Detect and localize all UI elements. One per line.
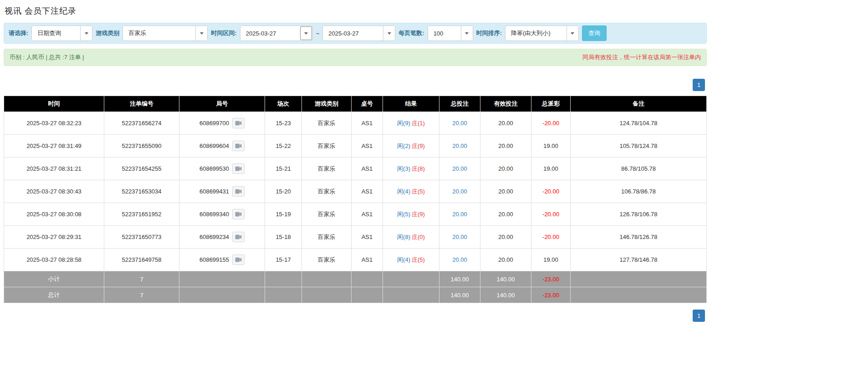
result-banker: 庄(5) xyxy=(412,256,425,263)
time-sort-select[interactable]: 降幂(由大到小) xyxy=(505,25,579,41)
summary-bar: 币别 : 人民币 | 总共 :7 注单 | 同局有效投注，统一计算在该局第一张注… xyxy=(4,49,707,66)
valid-bet-notice: 同局有效投注，统一计算在该局第一张注单内 xyxy=(582,53,701,61)
chevron-down-icon xyxy=(80,26,92,41)
video-camera-icon xyxy=(235,234,242,240)
currency-total-info: 币别 : 人民币 | 总共 :7 注单 | xyxy=(10,53,84,61)
cell-round: 608699604 xyxy=(179,135,265,158)
select-mode-label: 请选择: xyxy=(9,29,28,37)
date-mode-select[interactable]: 日期查询 xyxy=(31,25,92,41)
cell-game-type: 百家乐 xyxy=(302,203,352,226)
total-bet-link[interactable]: 20.00 xyxy=(452,211,467,218)
cell-game-type: 百家乐 xyxy=(302,135,352,158)
cell-round: 608699234 xyxy=(179,226,265,249)
page-size-label: 每页笔数: xyxy=(398,29,424,37)
cell-result: 闲(4)庄(5) xyxy=(383,249,439,271)
header-table-no: 桌号 xyxy=(352,96,383,112)
cell-total-bet: 20.00 xyxy=(439,226,480,249)
replay-video-button[interactable] xyxy=(232,186,245,197)
replay-video-button[interactable] xyxy=(232,163,245,174)
total-bet-link[interactable]: 20.00 xyxy=(452,120,467,127)
subtotal-label: 小计 xyxy=(4,271,104,287)
game-type-label: 游戏类别 xyxy=(96,29,119,37)
date-from-select[interactable]: 2025-03-27 xyxy=(240,25,313,41)
game-type-value: 百家乐 xyxy=(123,26,195,41)
round-number: 608699431 xyxy=(199,188,229,195)
result-player: 闲(5) xyxy=(397,211,410,218)
page-size-select[interactable]: 100 xyxy=(428,25,473,41)
grand-total-label: 总计 xyxy=(4,287,104,303)
total-bet-link[interactable]: 20.00 xyxy=(452,256,467,263)
header-result: 结果 xyxy=(383,96,439,112)
cell-session: 15-21 xyxy=(265,158,302,180)
total-bet-link[interactable]: 20.00 xyxy=(452,165,467,172)
replay-video-button[interactable] xyxy=(232,141,245,151)
date-to-select[interactable]: 2025-03-27 xyxy=(322,25,395,41)
chevron-down-icon xyxy=(300,26,312,40)
video-camera-icon xyxy=(235,166,242,172)
table-row: 2025-03-27 08:32:23 522371656274 6086997… xyxy=(4,112,707,135)
subtotal-count: 7 xyxy=(104,271,179,287)
pagination-bottom: 1 xyxy=(4,310,705,322)
cell-result: 闲(3)庄(8) xyxy=(383,158,439,180)
query-button[interactable]: 查询 xyxy=(582,25,607,41)
round-number: 608699340 xyxy=(199,211,229,218)
page-1-button[interactable]: 1 xyxy=(693,79,705,91)
grand-total-row: 总计 7 140.00 140.00 -23.00 xyxy=(4,287,707,303)
cell-remark: 127.78/146.78 xyxy=(571,249,707,271)
cell-result: 闲(9)庄(1) xyxy=(383,112,439,135)
chevron-down-icon xyxy=(567,26,578,41)
cell-remark: 146.78/126.78 xyxy=(571,226,707,249)
cell-bet-id: 522371654255 xyxy=(104,158,179,180)
table-body: 2025-03-27 08:32:23 522371656274 6086997… xyxy=(4,112,707,271)
page-title: 视讯 会员下注纪录 xyxy=(5,5,707,16)
grand-total-valid-bet: 140.00 xyxy=(480,287,531,303)
page-1-button[interactable]: 1 xyxy=(693,310,705,322)
header-bet-id: 注单编号 xyxy=(104,96,179,112)
table-row: 2025-03-27 08:29:31 522371650773 6086992… xyxy=(4,226,707,249)
result-banker: 庄(1) xyxy=(412,120,425,127)
cell-time: 2025-03-27 08:30:43 xyxy=(4,180,104,203)
chevron-down-icon xyxy=(461,26,473,41)
cell-valid-bet: 20.00 xyxy=(480,112,531,135)
cell-total-bet: 20.00 xyxy=(439,180,480,203)
result-banker: 庄(8) xyxy=(412,165,425,172)
cell-round: 608699700 xyxy=(179,112,265,135)
cell-payout: -20.00 xyxy=(531,112,571,135)
cell-valid-bet: 20.00 xyxy=(480,226,531,249)
cell-time: 2025-03-27 08:32:23 xyxy=(4,112,104,135)
table-row: 2025-03-27 08:31:21 522371654255 6086995… xyxy=(4,158,707,180)
cell-session: 15-19 xyxy=(265,203,302,226)
game-type-select[interactable]: 百家乐 xyxy=(123,25,208,41)
total-bet-link[interactable]: 20.00 xyxy=(452,234,467,240)
cell-remark: 124.78/104.78 xyxy=(571,112,707,135)
replay-video-button[interactable] xyxy=(232,232,245,242)
table-header-row: 时间 注单编号 局号 场次 游戏类别 桌号 结果 总投注 有效投注 总派彩 备注 xyxy=(4,96,707,112)
date-from-value: 2025-03-27 xyxy=(240,26,300,41)
cell-payout: -20.00 xyxy=(531,180,571,203)
cell-time: 2025-03-27 08:29:31 xyxy=(4,226,104,249)
subtotal-payout: -23.00 xyxy=(531,271,571,287)
cell-payout: 19.00 xyxy=(531,158,571,180)
cell-total-bet: 20.00 xyxy=(439,112,480,135)
video-camera-icon xyxy=(235,120,242,126)
header-remark: 备注 xyxy=(571,96,707,112)
cell-valid-bet: 20.00 xyxy=(480,158,531,180)
result-player: 闲(8) xyxy=(397,234,410,240)
total-bet-link[interactable]: 20.00 xyxy=(452,188,467,195)
cell-total-bet: 20.00 xyxy=(439,135,480,158)
replay-video-button[interactable] xyxy=(232,254,245,265)
result-player: 闲(9) xyxy=(397,120,410,127)
grand-total-count: 7 xyxy=(104,287,179,303)
cell-remark: 86.78/105.78 xyxy=(571,158,707,180)
replay-video-button[interactable] xyxy=(232,118,245,128)
chevron-down-icon xyxy=(195,26,207,41)
round-number: 608699604 xyxy=(199,142,229,149)
cell-valid-bet: 20.00 xyxy=(480,249,531,271)
video-camera-icon xyxy=(235,188,242,194)
result-player: 闲(4) xyxy=(397,188,410,195)
header-valid-bet: 有效投注 xyxy=(480,96,531,112)
pagination-top: 1 xyxy=(4,79,705,91)
replay-video-button[interactable] xyxy=(232,209,245,219)
round-number: 608699530 xyxy=(199,165,229,172)
total-bet-link[interactable]: 20.00 xyxy=(452,142,467,149)
